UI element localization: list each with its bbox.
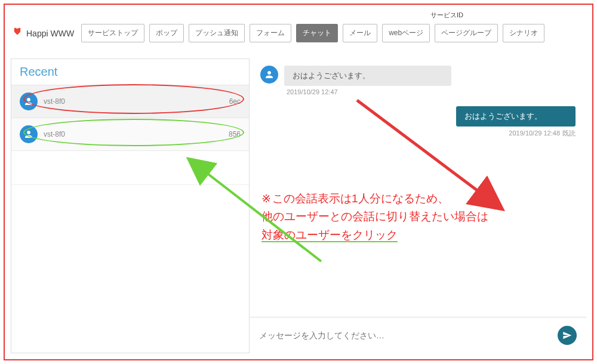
avatar-icon [20,125,38,143]
message-bubble-0: おはようございます。 [284,66,451,86]
service-id-label: サービスID [430,11,463,20]
conversation-item-1[interactable]: vst-8f0 856 [11,118,249,151]
header: Happi WWW サービストップ ポップ プッシュ通知 フォーム チャット メ… [5,19,592,47]
logo-text: Happi WWW [26,29,74,38]
nav-form[interactable]: フォーム [250,24,291,42]
logo: Happi WWW [12,27,74,40]
message-time-0: 2019/10/29 12:47 [287,88,576,95]
nav-webpage[interactable]: webページ [382,24,430,42]
conversation-suffix-0: 6ec [229,97,241,106]
logo-icon [12,27,23,40]
recent-title: Recent [11,59,249,85]
message-input-bar [250,317,586,353]
message-time-1: 2019/10/29 12:48既読 [260,129,576,138]
sidebar-empty-area [11,184,249,351]
conversation-suffix-1: 856 [229,130,241,138]
nav-pagegroup[interactable]: ページグループ [435,24,498,42]
sidebar: Recent vst-8f0 6ec vst-8f0 856 [11,58,250,353]
message-row-0: おはようございます。 [260,66,576,86]
nav-pop[interactable]: ポップ [149,24,184,42]
avatar-icon [20,92,38,110]
avatar-icon [260,66,278,84]
conversation-id-1: vst-8f0 [44,130,65,138]
message-bubble-1: おはようございます。 [456,106,576,127]
conversation-item-0[interactable]: vst-8f0 6ec [11,85,249,118]
nav-mail[interactable]: メール [343,24,377,42]
chat-pane: おはようございます。 2019/10/29 12:47 おはようございます。 2… [250,58,586,353]
nav-service-top[interactable]: サービストップ [81,24,144,42]
nav-scenario[interactable]: シナリオ [503,24,544,42]
send-button[interactable] [558,326,577,345]
nav-push[interactable]: プッシュ通知 [189,24,245,42]
nav-chat[interactable]: チャット [296,24,338,42]
conversation-id-0: vst-8f0 [44,97,65,106]
send-icon [562,331,572,340]
message-row-1: おはようございます。 [260,106,576,127]
annotation-text: ※この会話表示は1人分になるため、 他のユーザーとの会話に切り替えたい場合は 対… [261,190,488,244]
main: Recent vst-8f0 6ec vst-8f0 856 [11,58,586,353]
message-input[interactable] [259,331,558,340]
